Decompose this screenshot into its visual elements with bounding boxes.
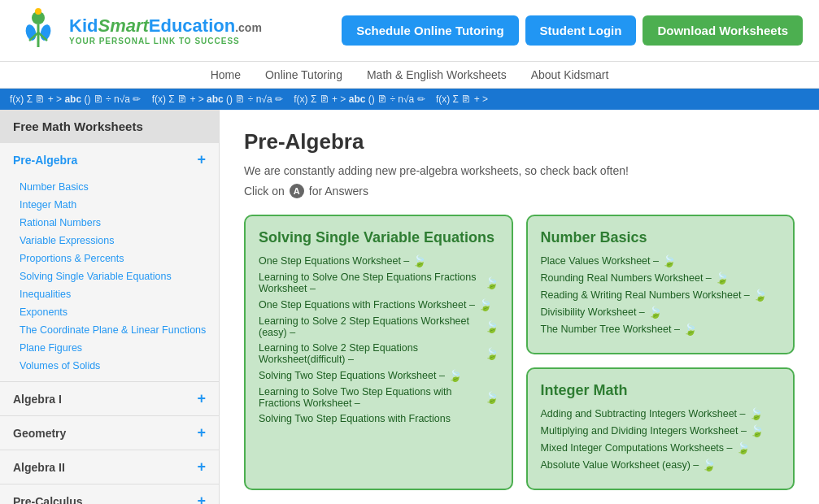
sidebar-precalc-plus: + (197, 493, 206, 504)
card-item-number-tree[interactable]: The Number Tree Worksheet – 🍃 (541, 323, 781, 336)
sidebar-geometry-label: Geometry (13, 427, 66, 440)
logo-smart: Smart (98, 15, 148, 36)
leaf-icon: 🍃 (702, 458, 716, 471)
sidebar-prealgebra-header[interactable]: Pre-Algebra + (0, 143, 219, 176)
leaf-icon: 🍃 (485, 276, 499, 289)
sidebar-item-proportions[interactable]: Proportions & Percents (13, 250, 219, 267)
header-buttons: Schedule Online Tutoring Student Login D… (342, 15, 803, 46)
sidebar-section-precalc: Pre-Calculus + (0, 484, 219, 504)
leaf-icon: 🍃 (683, 323, 697, 336)
card-item-divisibility[interactable]: Divisibility Worksheet – 🍃 (541, 306, 781, 319)
leaf-icon: 🍃 (753, 289, 767, 302)
sidebar-item-volumes[interactable]: Volumes of Solids (13, 357, 219, 375)
leaf-icon: 🍃 (412, 254, 426, 267)
sidebar-item-inequalities[interactable]: Inequalities (13, 285, 219, 303)
card-solving-single: Solving Single Variable Equations One St… (244, 215, 513, 490)
sidebar-item-number-basics[interactable]: Number Basics (13, 178, 219, 196)
sidebar-item-integer-math[interactable]: Integer Math (13, 196, 219, 214)
card-solving-single-title: Solving Single Variable Equations (259, 229, 499, 246)
sidebar-algebra2-plus: + (197, 458, 206, 476)
main-layout: Free Math Worksheets Pre-Algebra + Numbe… (0, 110, 819, 504)
page-title: Pre-Algebra (244, 129, 795, 154)
sidebar-precalc-label: Pre-Calculus (13, 495, 83, 505)
sidebar-item-coordinate-plane[interactable]: The Coordinate Plane & Linear Functions (13, 321, 219, 339)
schedule-tutoring-button[interactable]: Schedule Online Tutoring (342, 15, 518, 46)
leaf-icon: 🍃 (750, 424, 764, 437)
card-item-two-step-difficult[interactable]: Learning to Solve 2 Step Equations Works… (259, 342, 499, 365)
logo-edu: Education (149, 15, 235, 36)
leaf-icon: 🍃 (485, 391, 499, 404)
header: KidSmartEducation.com YOUR PERSONAL LINK… (0, 0, 819, 62)
sidebar-item-rational-numbers[interactable]: Rational Numbers (13, 214, 219, 232)
sidebar-item-solving-single[interactable]: Solving Single Variable Equations (13, 267, 219, 285)
student-login-button[interactable]: Student Login (525, 15, 637, 46)
sidebar-section-algebra2: Algebra II + (0, 450, 219, 484)
sidebar-item-variable-expressions[interactable]: Variable Expressions (13, 232, 219, 250)
sidebar-geometry-header[interactable]: Geometry + (0, 416, 219, 450)
card-item-reading-writing[interactable]: Reading & Writing Real Numbers Worksheet… (541, 289, 781, 302)
sidebar-title: Free Math Worksheets (0, 110, 219, 143)
sidebar-algebra1-plus: + (197, 390, 206, 407)
leaf-icon: 🍃 (448, 369, 462, 382)
sidebar-prealgebra-items: Number Basics Integer Math Rational Numb… (0, 176, 219, 381)
card-item-absolute-value[interactable]: Absolute Value Worksheet (easy) – 🍃 (541, 458, 781, 471)
sidebar-algebra1-label: Algebra I (13, 393, 62, 406)
content-description: We are constantly adding new pre-algebra… (244, 164, 795, 177)
leaf-icon: 🍃 (715, 272, 729, 285)
content: Pre-Algebra We are constantly adding new… (220, 110, 819, 504)
sidebar-item-exponents[interactable]: Exponents (13, 303, 219, 321)
sidebar-section-pre-algebra: Pre-Algebra + Number Basics Integer Math… (0, 143, 219, 382)
card-item-solving-two-fractions[interactable]: Solving Two Step Equations with Fraction… (259, 413, 499, 424)
card-item-one-step[interactable]: One Step Equations Worksheet – 🍃 (259, 254, 499, 267)
nav-online-tutoring[interactable]: Online Tutoring (265, 68, 342, 81)
card-item-two-step-easy[interactable]: Learning to Solve 2 Step Equations Works… (259, 315, 499, 338)
sidebar: Free Math Worksheets Pre-Algebra + Numbe… (0, 110, 220, 504)
leaf-icon: 🍃 (736, 441, 750, 454)
logo-dotcom: .com (235, 21, 262, 34)
sidebar-algebra1-header[interactable]: Algebra I + (0, 382, 219, 415)
card-item-mixed-integer[interactable]: Mixed Integer Computations Worksheets – … (541, 441, 781, 454)
content-click-hint: Click on A for Answers (244, 184, 795, 198)
click-text: Click on (244, 185, 285, 198)
card-item-learning-one-step-fractions[interactable]: Learning to Solve One Step Equations Fra… (259, 272, 499, 294)
toolbar-symbols: f(x) Σ 🖹 + > abc () 🖹 ÷ n√a ✏ f(x) Σ 🖹 +… (10, 93, 488, 105)
card-item-one-step-fractions[interactable]: One Step Equations with Fractions Worksh… (259, 298, 499, 311)
nav-home[interactable]: Home (211, 68, 241, 81)
sidebar-section-geometry: Geometry + (0, 416, 219, 450)
card-item-place-values[interactable]: Place Values Worksheet – 🍃 (541, 254, 781, 267)
logo-brand: KidSmartEducation.com (69, 15, 262, 37)
nav: Home Online Tutoring Math & English Work… (0, 62, 819, 89)
card-number-basics-title: Number Basics (541, 229, 781, 246)
click-suffix: for Answers (309, 185, 368, 198)
card-number-basics: Number Basics Place Values Worksheet – 🍃… (526, 215, 795, 354)
card-item-adding-subtracting[interactable]: Adding and Subtracting Integers Workshee… (541, 407, 781, 420)
sidebar-geometry-plus: + (197, 424, 206, 441)
logo-icon (16, 8, 61, 53)
leaf-icon: 🍃 (478, 298, 492, 311)
sidebar-algebra2-label: Algebra II (13, 461, 65, 474)
leaf-icon: 🍃 (648, 306, 662, 319)
leaf-icon: 🍃 (485, 347, 499, 360)
card-item-solving-two-step[interactable]: Solving Two Step Equations Worksheet – 🍃 (259, 369, 499, 382)
sidebar-prealgebra-label: Pre-Algebra (13, 154, 77, 167)
sidebar-item-plane-figures[interactable]: Plane Figures (13, 339, 219, 357)
download-worksheets-button[interactable]: Download Worksheets (643, 15, 803, 46)
nav-math-english[interactable]: Math & English Worksheets (367, 68, 507, 81)
sidebar-precalc-header[interactable]: Pre-Calculus + (0, 484, 219, 504)
logo-area: KidSmartEducation.com YOUR PERSONAL LINK… (16, 8, 262, 53)
card-item-learning-two-fractions[interactable]: Learning to Solve Two Step Equations wit… (259, 386, 499, 409)
card-item-multiplying-dividing[interactable]: Multiplying and Dividing Integers Worksh… (541, 424, 781, 437)
sidebar-algebra2-header[interactable]: Algebra II + (0, 450, 219, 484)
logo-tagline: YOUR PERSONAL LINK TO SUCCESS (69, 37, 262, 46)
nav-about[interactable]: About Kidsmart (531, 68, 609, 81)
leaf-icon: 🍃 (485, 320, 499, 333)
logo-text: KidSmartEducation.com YOUR PERSONAL LINK… (69, 15, 262, 46)
leaf-icon: 🍃 (662, 254, 676, 267)
svg-point-6 (35, 8, 41, 15)
card-integer-math: Integer Math Adding and Subtracting Inte… (526, 367, 795, 490)
card-integer-math-title: Integer Math (541, 382, 781, 399)
logo-kid: Kid (69, 15, 98, 36)
card-item-rounding[interactable]: Rounding Real Numbers Worksheet – 🍃 (541, 272, 781, 285)
sidebar-prealgebra-plus: + (197, 151, 206, 168)
answer-icon: A (290, 184, 304, 198)
